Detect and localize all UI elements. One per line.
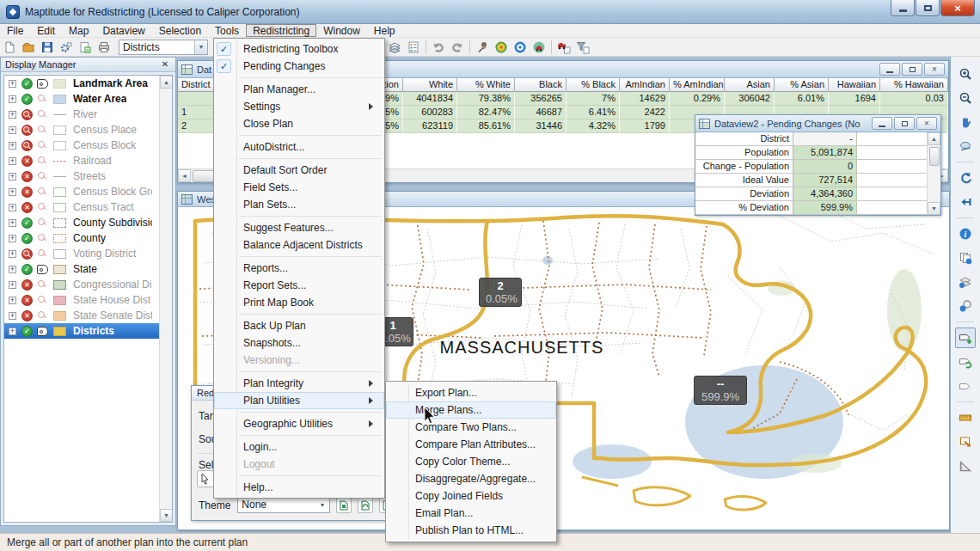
layers-icon[interactable] <box>385 39 404 56</box>
header-cell[interactable]: Asian <box>725 78 775 92</box>
pointer-tool-button[interactable] <box>197 470 214 487</box>
scroll-down-icon[interactable]: ▼ <box>928 202 940 215</box>
label-tag-icon[interactable] <box>37 327 48 336</box>
scroll-up-icon[interactable]: ▲ <box>928 132 940 145</box>
layer-row-water-area[interactable]: Water Area <box>4 91 172 107</box>
autoscale-icon[interactable] <box>37 187 48 197</box>
data-cell[interactable]: 623119 <box>403 119 457 133</box>
expand-icon[interactable] <box>9 328 16 335</box>
layer-row-streets[interactable]: Streets <box>4 168 172 184</box>
menu-map[interactable]: Map <box>62 24 95 37</box>
menu-redistricting[interactable]: Redistricting <box>246 24 316 37</box>
expand-icon[interactable] <box>9 297 16 304</box>
zoom-out-icon[interactable] <box>955 88 976 108</box>
visible-check-icon[interactable] <box>21 78 33 89</box>
workspace-icon[interactable]: x <box>76 39 95 56</box>
maximize-button[interactable] <box>916 0 940 16</box>
multi-info-icon[interactable] <box>955 248 976 268</box>
measure-angle-icon[interactable] <box>955 456 976 476</box>
menu-item-plan-utilities[interactable]: Plan Utilities <box>214 392 384 409</box>
menu-help[interactable]: Help <box>367 24 402 37</box>
layer-label[interactable]: Census Place <box>73 124 137 136</box>
data-cell[interactable]: 1799 <box>620 119 670 133</box>
layer-label[interactable]: State <box>73 263 97 275</box>
data-cell[interactable]: 6.01% <box>775 92 829 106</box>
plan-combo[interactable]: Districts ▼ <box>119 40 208 55</box>
expand-icon[interactable] <box>9 235 16 242</box>
initial-scale-icon[interactable] <box>955 192 976 212</box>
expand-icon[interactable] <box>9 142 16 150</box>
data-cell[interactable]: 1694 <box>829 92 880 106</box>
header-cell[interactable]: White <box>403 78 457 92</box>
print-icon[interactable] <box>95 39 113 56</box>
header-cell[interactable]: AmIndian <box>620 78 670 92</box>
close-button[interactable]: × <box>916 117 937 130</box>
menu-item-redistricting-toolbox[interactable]: ✓Redistricting Toolbox <box>214 40 384 58</box>
legend-icon[interactable] <box>404 39 423 56</box>
data-cell[interactable]: 4.32% <box>567 119 620 133</box>
table-row[interactable]: Ideal Value 727,514 <box>695 174 940 187</box>
menu-item-help[interactable]: Help... <box>214 479 384 496</box>
layer-label[interactable]: Census Block Grou <box>73 186 152 198</box>
data-cell[interactable]: 46687 <box>515 106 567 119</box>
table-row[interactable]: District - <box>695 132 940 146</box>
data-cell[interactable]: 0.29% <box>670 92 725 106</box>
expand-icon[interactable] <box>9 157 16 165</box>
data-cell[interactable]: 14629 <box>620 92 670 106</box>
row-value[interactable]: - <box>793 132 857 145</box>
target-district-pointer-icon[interactable] <box>955 328 976 348</box>
scale-hidden-icon[interactable] <box>21 125 33 136</box>
layer-row-census-block[interactable]: Census Block <box>4 138 172 153</box>
restore-button[interactable] <box>894 117 915 130</box>
layer-label[interactable]: State Senate Dist <box>73 309 152 321</box>
menu-file[interactable]: File <box>0 24 30 37</box>
layer-row-districts[interactable]: Districts <box>4 323 172 339</box>
layer-info-icon[interactable] <box>955 272 976 292</box>
visible-check-icon[interactable] <box>21 217 33 229</box>
layer-label[interactable]: Districts <box>73 325 114 337</box>
autoscale-icon[interactable] <box>37 203 48 212</box>
expand-icon[interactable] <box>9 204 16 211</box>
layer-row-state[interactable]: State <box>4 261 172 277</box>
header-cell[interactable]: % AmIndian <box>670 78 725 92</box>
theme-file-button-2[interactable] <box>358 498 373 513</box>
menu-item-report-sets[interactable]: Report Sets... <box>214 277 384 294</box>
autoscale-icon[interactable] <box>37 280 48 290</box>
data-cell[interactable]: 79.38% <box>457 92 515 106</box>
scale-hidden-icon[interactable] <box>21 109 33 120</box>
open-folder-icon[interactable] <box>19 39 38 56</box>
export-map-icon[interactable] <box>955 432 976 452</box>
expand-icon[interactable] <box>9 80 16 88</box>
tree-scrollbar[interactable]: ▲ ▼ <box>159 76 172 522</box>
autoscale-icon[interactable] <box>37 234 48 243</box>
close-button[interactable]: × <box>940 0 975 16</box>
expand-icon[interactable] <box>9 95 16 103</box>
hidden-x-icon[interactable] <box>21 156 33 167</box>
expand-icon[interactable] <box>9 126 16 134</box>
display-manager-header[interactable]: Display Manager ✕ <box>1 58 175 72</box>
chevron-down-icon[interactable]: ▼ <box>194 40 207 54</box>
row-value[interactable]: 727,514 <box>793 174 857 187</box>
save-icon[interactable] <box>38 39 57 56</box>
menu-item-plan-integrity[interactable]: Plan Integrity <box>214 375 384 392</box>
label-tag-icon[interactable] <box>37 79 48 89</box>
zoom-in-icon[interactable] <box>955 64 976 84</box>
expand-icon[interactable] <box>9 250 16 258</box>
autoscale-icon[interactable] <box>37 126 48 135</box>
menu-tools[interactable]: Tools <box>208 24 246 37</box>
selection-filter-icon[interactable] <box>573 39 592 56</box>
header-cell[interactable]: % White <box>457 78 515 92</box>
autoscale-icon[interactable] <box>37 141 48 150</box>
data-cell[interactable]: 306042 <box>725 92 775 106</box>
data-cell[interactable]: 2422 <box>620 106 670 119</box>
layer-label[interactable]: County Subdivision <box>73 217 152 229</box>
source-district-pointer-icon[interactable] <box>955 352 976 372</box>
menu-window[interactable]: Window <box>316 24 367 37</box>
layer-label[interactable]: County <box>73 232 106 244</box>
pending-changes-titlebar[interactable]: Dataview2 - Pending Changes (Non... × <box>695 115 940 132</box>
expand-icon[interactable] <box>9 173 16 181</box>
minimize-button[interactable] <box>879 63 900 76</box>
info-icon[interactable]: i <box>955 223 976 244</box>
label-tag-icon[interactable] <box>37 265 48 274</box>
scroll-up-icon[interactable]: ▲ <box>160 76 173 89</box>
